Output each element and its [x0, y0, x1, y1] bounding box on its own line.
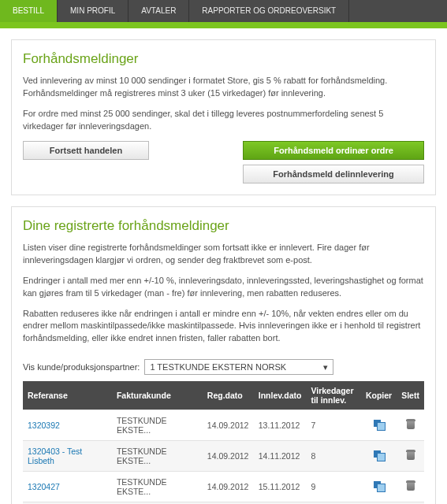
button-row: Fortsett handelen Forhåndsmeld ordinær o…: [23, 141, 424, 183]
th-slett[interactable]: Slett: [397, 381, 424, 410]
copy-icon[interactable]: [374, 450, 385, 460]
cell-regdato: 14.09.2012: [203, 441, 254, 472]
cell-regdato: 14.09.2012: [203, 410, 254, 441]
trash-icon[interactable]: [406, 450, 415, 461]
table-row: 1320392TESTKUNDE EKSTE...14.09.201213.11…: [23, 410, 424, 441]
partner-selected-value: 1 TESTKUNDE EKSTERN NORSK: [150, 362, 286, 372]
th-referanse[interactable]: Referanse: [23, 381, 112, 410]
cell-innlevdato: 14.11.2012: [254, 441, 307, 472]
table-row: 1320427TESTKUNDE EKSTE...14.09.201215.11…: [23, 472, 424, 502]
partner-label: Vis kunde/produksjonspartner:: [23, 362, 140, 372]
nav-item-bestill[interactable]: BESTILL: [0, 0, 58, 22]
nav-item-min-profil[interactable]: MIN PROFIL: [58, 0, 129, 22]
cell-virkedager: 9: [306, 472, 360, 502]
cell-virkedager: 7: [306, 410, 360, 441]
accent-bar: [0, 22, 447, 28]
panel-forhandsmeldinger: Forhåndsmeldinger Ved innlevering av min…: [11, 39, 436, 195]
cell-innlevdato: 15.11.2012: [254, 472, 307, 502]
reference-link[interactable]: 1320392: [28, 421, 60, 430]
panel2-text-3: Rabatten reduseres ikke når endringen i …: [23, 308, 424, 346]
cell-virkedager: 8: [306, 441, 360, 472]
cell-fakturakunde: TESTKUNDE EKSTE...: [112, 410, 203, 441]
th-innlevdato[interactable]: Innlev.dato: [254, 381, 307, 410]
reference-link[interactable]: 1320403 - Test Lisbeth: [28, 447, 82, 465]
panel-title: Forhåndsmeldinger: [23, 51, 424, 67]
th-virkedager[interactable]: Virkedager til innlev.: [306, 381, 360, 410]
th-fakturakunde[interactable]: Fakturakunde: [112, 381, 203, 410]
cell-fakturakunde: TESTKUNDE EKSTE...: [112, 472, 203, 502]
th-regdato[interactable]: Reg.dato: [203, 381, 254, 410]
trash-icon[interactable]: [406, 480, 415, 491]
panel-registrerte: Dine registrerte forhåndsmeldinger Liste…: [11, 206, 436, 504]
table-row: 1320403 - Test LisbethTESTKUNDE EKSTE...…: [23, 441, 424, 472]
copy-icon[interactable]: [374, 481, 385, 491]
panel2-text-1: Listen viser dine registrerte forhåndsme…: [23, 242, 424, 267]
panel-text-1: Ved innlevering av minst 10 000 sendinge…: [23, 75, 424, 100]
registrations-table: Referanse Fakturakunde Reg.dato Innlev.d…: [23, 381, 424, 504]
panel2-title: Dine registrerte forhåndsmeldinger: [23, 218, 424, 234]
top-nav: BESTILL MIN PROFIL AVTALER RAPPORTER OG …: [0, 0, 447, 22]
copy-icon[interactable]: [374, 420, 385, 429]
cell-fakturakunde: TESTKUNDE EKSTE...: [112, 441, 203, 472]
reference-link[interactable]: 1320427: [28, 482, 60, 491]
panel-text-2: For ordre med minst 25 000 sendinger, sk…: [23, 108, 424, 133]
panel2-text-2: Endringer i antall med mer enn +/-10 %, …: [23, 275, 424, 300]
trash-icon[interactable]: [406, 419, 415, 430]
right-button-stack: Forhåndsmeld ordinær ordre Forhåndsmeld …: [243, 141, 424, 183]
continue-shopping-button[interactable]: Fortsett handelen: [23, 141, 149, 160]
cell-regdato: 14.09.2012: [203, 472, 254, 502]
preregister-ordinary-button[interactable]: Forhåndsmeld ordinær ordre: [243, 141, 424, 160]
nav-item-rapporter[interactable]: RAPPORTER OG ORDREOVERSIKT: [189, 0, 349, 22]
cell-innlevdato: 13.11.2012: [254, 410, 307, 441]
th-kopier[interactable]: Kopier: [361, 381, 397, 410]
partner-select[interactable]: 1 TESTKUNDE EKSTERN NORSK: [144, 359, 333, 375]
partner-row: Vis kunde/produksjonspartner: 1 TESTKUND…: [23, 359, 424, 375]
nav-item-avtaler[interactable]: AVTALER: [129, 0, 189, 22]
preregister-partial-button[interactable]: Forhåndsmeld delinnlevering: [243, 165, 424, 183]
